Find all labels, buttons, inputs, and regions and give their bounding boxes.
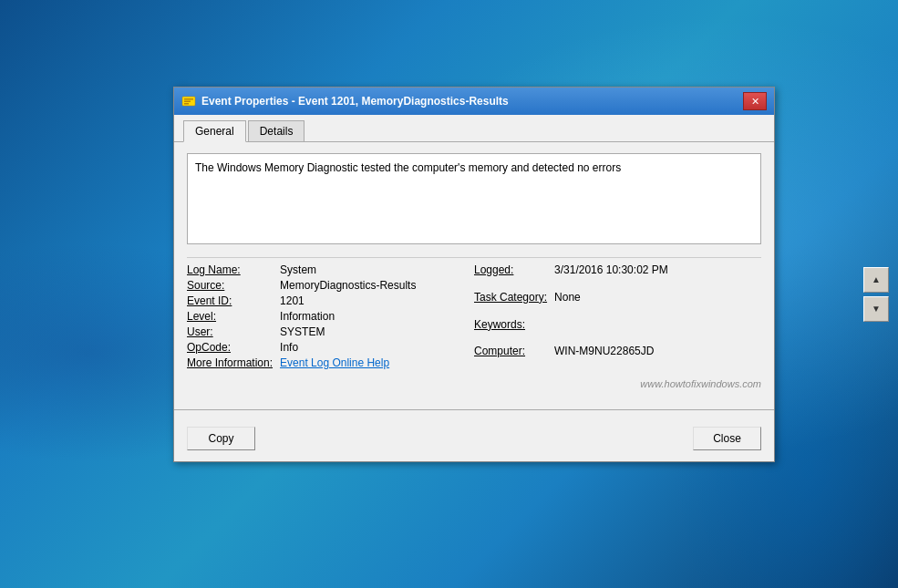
scroll-down-arrow[interactable]: ▼	[863, 296, 889, 322]
logged-value: 3/31/2016 10:30:02 PM	[554, 263, 761, 276]
source-label: Source:	[187, 279, 273, 292]
keywords-label: Keywords:	[474, 318, 547, 331]
dialog-title: Event Properties - Event 1201, MemoryDia…	[201, 95, 743, 108]
copy-button[interactable]: Copy	[187, 427, 255, 450]
svg-rect-3	[184, 103, 189, 105]
title-bar: Event Properties - Event 1201, MemoryDia…	[174, 88, 774, 115]
footer-separator	[174, 409, 774, 410]
user-label: User:	[187, 325, 273, 338]
svg-rect-1	[184, 98, 193, 100]
logged-label: Logged:	[474, 263, 547, 276]
log-name-label: Log Name:	[187, 263, 273, 276]
level-value: Information	[280, 310, 474, 323]
tab-details[interactable]: Details	[248, 120, 305, 141]
computer-label: Computer:	[474, 345, 547, 357]
event-properties-dialog: Event Properties - Event 1201, MemoryDia…	[173, 87, 775, 462]
svg-rect-2	[184, 101, 191, 103]
title-bar-controls: ✕	[743, 92, 767, 110]
properties-right-col: Logged: 3/31/2016 10:30:02 PM Task Categ…	[474, 263, 761, 369]
desktop-arrows: ▲ ▼	[863, 267, 889, 322]
more-info-link[interactable]: Event Log Online Help	[280, 356, 474, 369]
event-id-value: 1201	[280, 294, 474, 307]
user-value: SYSTEM	[280, 325, 474, 338]
close-button[interactable]: ✕	[743, 92, 767, 110]
opcode-label: OpCode:	[187, 341, 273, 354]
tab-bar: General Details	[174, 115, 774, 142]
task-category-value: None	[554, 291, 761, 304]
dialog-footer: Copy Close	[174, 419, 774, 461]
source-value: MemoryDiagnostics-Results	[280, 279, 474, 292]
watermark: www.howtofixwindows.com	[187, 375, 761, 389]
dialog-icon	[181, 94, 196, 108]
more-info-label: More Information:	[187, 356, 273, 369]
description-text: The Windows Memory Diagnostic tested the…	[195, 161, 621, 174]
level-label: Level:	[187, 310, 273, 323]
description-box: The Windows Memory Diagnostic tested the…	[187, 153, 761, 244]
dialog-body: The Windows Memory Diagnostic tested the…	[174, 142, 774, 400]
computer-value: WIN-M9NU22865JD	[554, 345, 761, 357]
properties-left-col: Log Name: System Source: MemoryDiagnosti…	[187, 263, 474, 369]
dialog-close-button[interactable]: Close	[693, 427, 761, 450]
properties-grid: Log Name: System Source: MemoryDiagnosti…	[187, 257, 761, 369]
task-category-label: Task Category:	[474, 291, 547, 304]
opcode-value: Info	[280, 341, 474, 354]
scroll-up-arrow[interactable]: ▲	[863, 267, 889, 293]
log-name-value: System	[280, 263, 474, 276]
tab-general[interactable]: General	[183, 120, 246, 142]
event-id-label: Event ID:	[187, 294, 273, 307]
